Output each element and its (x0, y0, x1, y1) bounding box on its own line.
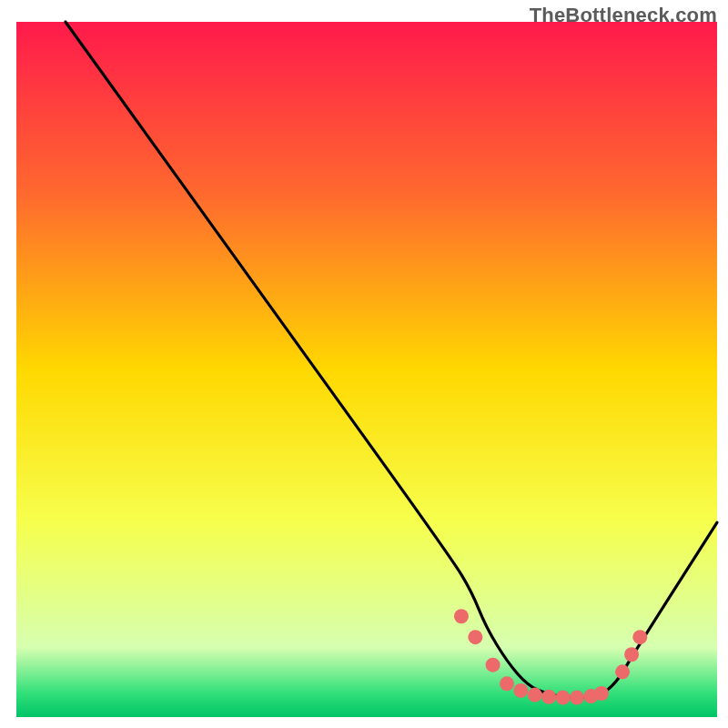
bottleneck-curve-plot (0, 0, 728, 728)
watermark-text: TheBottleneck.com (530, 4, 717, 27)
chart-container: TheBottleneck.com (0, 0, 728, 728)
